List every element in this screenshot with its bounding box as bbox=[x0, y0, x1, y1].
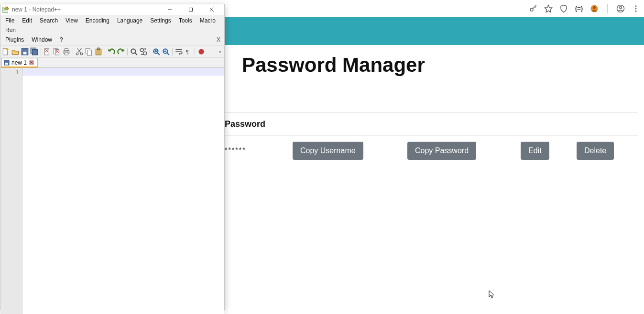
window-title: new 1 - Notepad++ bbox=[12, 6, 159, 13]
open-file-icon[interactable] bbox=[11, 47, 20, 56]
svg-rect-29 bbox=[65, 53, 68, 55]
delete-button[interactable]: Delete bbox=[577, 142, 614, 160]
find-icon[interactable] bbox=[130, 47, 138, 56]
new-file-icon[interactable] bbox=[1, 47, 10, 56]
svg-rect-11 bbox=[189, 8, 193, 11]
close-file-icon[interactable] bbox=[43, 47, 52, 56]
show-all-chars-icon[interactable]: ¶ bbox=[184, 47, 193, 56]
print-icon[interactable] bbox=[62, 47, 71, 56]
key-icon[interactable] bbox=[529, 4, 537, 13]
replace-icon[interactable] bbox=[139, 47, 148, 56]
svg-text:¶: ¶ bbox=[186, 49, 188, 55]
disk-icon bbox=[4, 60, 10, 66]
cut-icon[interactable] bbox=[75, 47, 84, 56]
edit-button[interactable]: Edit bbox=[521, 142, 549, 160]
svg-line-32 bbox=[78, 48, 82, 53]
undo-icon[interactable] bbox=[107, 47, 116, 56]
svg-point-6 bbox=[635, 5, 637, 7]
menu-encoding[interactable]: Encoding bbox=[82, 16, 113, 25]
star-icon[interactable] bbox=[544, 4, 553, 13]
account-icon[interactable] bbox=[616, 4, 625, 13]
maximize-button[interactable] bbox=[180, 4, 201, 15]
svg-point-31 bbox=[80, 53, 83, 55]
menu-search[interactable]: Search bbox=[36, 16, 62, 25]
tab-close-icon[interactable] bbox=[29, 60, 34, 66]
svg-point-50 bbox=[198, 49, 204, 54]
toolbar-overflow-icon[interactable]: » bbox=[219, 49, 223, 54]
svg-line-43 bbox=[157, 53, 160, 55]
notepadpp-window: new 1 - Notepad++ File Edit Search View … bbox=[0, 4, 225, 310]
divider bbox=[225, 112, 638, 112]
mouse-cursor-icon bbox=[489, 290, 495, 299]
menu-window[interactable]: Window bbox=[28, 35, 56, 45]
svg-rect-52 bbox=[5, 63, 8, 65]
svg-rect-35 bbox=[87, 50, 92, 55]
svg-rect-37 bbox=[98, 48, 100, 49]
svg-line-47 bbox=[167, 53, 169, 55]
svg-point-30 bbox=[76, 53, 78, 55]
menu-file[interactable]: File bbox=[1, 16, 18, 25]
kebab-menu-icon[interactable] bbox=[632, 4, 640, 13]
file-tab-label: new 1 bbox=[11, 59, 27, 66]
zoom-out-icon[interactable] bbox=[162, 47, 170, 56]
file-tab-new1[interactable]: new 1 bbox=[1, 58, 38, 67]
svg-rect-19 bbox=[33, 49, 38, 55]
copy-icon[interactable] bbox=[85, 47, 93, 56]
password-masked: ****** bbox=[225, 146, 246, 154]
svg-point-15 bbox=[6, 48, 9, 51]
svg-rect-36 bbox=[96, 49, 101, 55]
svg-point-7 bbox=[635, 8, 637, 9]
current-line-highlight bbox=[22, 68, 224, 76]
page-title: Password Manager bbox=[242, 54, 425, 77]
profile-badge-icon[interactable] bbox=[590, 4, 599, 13]
paste-icon[interactable] bbox=[94, 47, 103, 56]
svg-point-8 bbox=[635, 10, 637, 11]
word-wrap-icon[interactable] bbox=[175, 47, 183, 56]
titlebar[interactable]: new 1 - Notepad++ bbox=[0, 4, 224, 15]
redo-icon[interactable] bbox=[117, 47, 125, 56]
zoom-in-icon[interactable] bbox=[152, 47, 161, 56]
menu-macro[interactable]: Macro bbox=[196, 16, 219, 25]
editor-content[interactable] bbox=[22, 68, 224, 314]
svg-rect-28 bbox=[65, 48, 68, 51]
tab-bar: new 1 bbox=[0, 57, 224, 68]
menu-language[interactable]: Language bbox=[113, 16, 146, 25]
svg-line-39 bbox=[135, 53, 137, 55]
save-all-icon[interactable] bbox=[30, 47, 39, 56]
line-number-gutter: 1 bbox=[0, 68, 22, 314]
menubar: File Edit Search View Encoding Language … bbox=[0, 15, 224, 46]
svg-line-33 bbox=[77, 48, 81, 53]
divider bbox=[225, 135, 638, 135]
menu-help[interactable]: ? bbox=[56, 35, 67, 45]
shield-icon[interactable] bbox=[559, 4, 568, 13]
editor-area: 1 bbox=[0, 68, 224, 314]
svg-point-3 bbox=[593, 6, 595, 9]
line-number: 1 bbox=[0, 69, 19, 77]
record-macro-icon[interactable] bbox=[197, 47, 206, 56]
save-icon[interactable] bbox=[21, 47, 29, 56]
notepadpp-logo-icon bbox=[2, 6, 9, 13]
copy-username-button[interactable]: Copy Username bbox=[293, 142, 363, 160]
menu-edit[interactable]: Edit bbox=[18, 16, 36, 25]
toolbar: ¶ » bbox=[0, 46, 224, 57]
svg-rect-17 bbox=[23, 52, 27, 55]
svg-point-41 bbox=[143, 52, 147, 55]
copy-password-button[interactable]: Copy Password bbox=[407, 142, 476, 160]
svg-point-40 bbox=[140, 48, 143, 52]
menu-view[interactable]: View bbox=[62, 16, 82, 25]
menu-overflow[interactable]: X bbox=[214, 35, 223, 44]
menu-run[interactable]: Run bbox=[1, 25, 20, 35]
close-button[interactable] bbox=[201, 4, 222, 15]
password-row: ****** Copy Username Copy Password Edit … bbox=[225, 141, 638, 161]
toolbar-divider bbox=[607, 4, 608, 13]
close-all-icon[interactable] bbox=[53, 47, 61, 56]
menu-plugins[interactable]: Plugins bbox=[1, 35, 28, 45]
minimize-button[interactable] bbox=[159, 4, 180, 15]
svg-marker-1 bbox=[545, 5, 552, 12]
svg-point-38 bbox=[131, 49, 135, 53]
menu-tools[interactable]: Tools bbox=[175, 16, 196, 25]
menu-settings[interactable]: Settings bbox=[146, 16, 175, 25]
braces-icon[interactable]: {=} bbox=[575, 4, 583, 13]
svg-point-5 bbox=[620, 6, 622, 9]
section-header-password: Password bbox=[225, 119, 265, 129]
